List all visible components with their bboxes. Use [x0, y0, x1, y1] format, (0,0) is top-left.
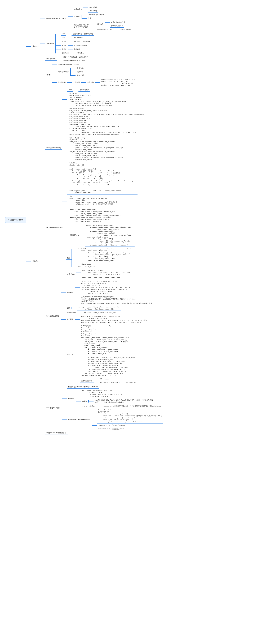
p3-model[interactable]: 模型	[66, 256, 71, 260]
p3-loss-compile: model.compile(optimizer = 'adam', loss =…	[81, 276, 122, 279]
too-much-pad: 太多的padding	[119, 28, 132, 32]
vec-content: 向量A的[sigmoid]->[0.1, 0.9, 0.4, 0, 0.6] 向…	[100, 78, 137, 87]
vec-example[interactable]: 向量例如	[86, 81, 95, 84]
p3-save-note: 该回调函数将在每个epoch后保存模型到filepath; filepath可以…	[80, 295, 155, 305]
p3-train[interactable]: 训练	[66, 306, 71, 310]
p1-node[interactable]: keras实战embedding	[45, 146, 62, 150]
p3-loss-code: def loss(labels, logits): return keras.l…	[81, 269, 131, 276]
seq-val-0: 普通神经网络，卷积神经网络	[71, 32, 94, 36]
seq-val-1: 图片生成描述	[72, 36, 84, 40]
p1-code3: # 做一下句子的padding max_length = 500 train_d…	[67, 136, 125, 162]
seq-val-3: encoding-decoding	[73, 44, 88, 47]
imdb-desc: 电影评论数据	[78, 88, 90, 92]
stateful-desc: stateful: 布尔值 (默认 False)。如果为 True，则批次中索引…	[93, 398, 154, 404]
p4-part[interactable]: 再参数分	[67, 397, 76, 400]
p3-loss[interactable]: 自定义loss	[66, 272, 76, 276]
seq-problem[interactable]: 序列式问题	[45, 42, 55, 45]
merge: 合并	[87, 16, 92, 20]
rnn-s2: 每步使用同样的激活函数和参数	[62, 59, 86, 62]
p2-code1: model = keras.model.Sequential([ keras.l…	[69, 208, 124, 223]
p3-latest-code: tf.train.latest_checkpoint(output_dir)	[83, 311, 118, 314]
p3-save-code: output_dir = './text_generation_checkpoi…	[80, 280, 133, 295]
p5-node[interactable]: kaggle文本分类的数据集实战	[45, 431, 68, 434]
seq-key-2[interactable]: 多对1	[61, 40, 67, 43]
lstm-intro[interactable]: 引入选择性机制	[57, 70, 70, 74]
api-squeeze: tf.squeeze	[99, 378, 110, 380]
p4-node[interactable]: keras搭建LSTM网络	[45, 406, 62, 410]
multi-emb: 多个embedding合并	[110, 20, 126, 24]
p4-part-code: keras.layers.LSTM(units = rnn_units, sta…	[81, 389, 125, 398]
seq-val-2: 文本分类（文本情感分析）	[72, 40, 93, 43]
p1-code4: #embedding embedding_dim = 16 batch_size…	[67, 162, 138, 194]
p3-gen-note[interactable]: 注意两个重要api	[80, 379, 94, 383]
p3-latest[interactable]: 查看最新模型	[66, 311, 78, 314]
info-loss[interactable]: 信息丢失	[96, 22, 105, 26]
p1-code2: # 建立词对索引和逆索引 word_index = imdb.get_word_…	[67, 107, 145, 136]
sel-in: 选择性输入	[75, 70, 86, 74]
imdb[interactable]: imdb	[67, 88, 73, 92]
rnn-s1: 维护一个状态作为下一步的额外输入	[62, 56, 89, 59]
compute-low[interactable]: 无论计算量太多，低效	[96, 28, 114, 32]
theory-node[interactable]: 理论部分	[31, 45, 40, 48]
padding100: padding,并需维度到100	[87, 13, 105, 16]
varlen[interactable]: 变长输入	[73, 15, 82, 18]
sel-gate[interactable]: 选择性->门	[57, 81, 67, 84]
p4-temp-code: temperature=0.5 生成文本循环内部: predictions = …	[97, 408, 163, 424]
gate-mech[interactable]: 门限机制	[72, 81, 81, 84]
p3-train-code: history = model.fit(seq_dataset, epochs …	[77, 306, 121, 311]
p4-temp[interactable]: 也可以用temperature来控制采样	[67, 418, 92, 421]
sel-forget: 选择性遗忘	[75, 74, 86, 77]
recurrent-desc: recurrent_kernel 权值矩阵的初始化器，用于循环层状态的线性转换 …	[102, 404, 163, 408]
seq-key-1[interactable]: 1对多	[61, 36, 67, 40]
temp-lt1: temperature<1 时，我们趋向于greedy	[97, 427, 125, 431]
p1-code5: #训练 history = model.fit(train_data, trai…	[67, 195, 118, 208]
p2-node[interactable]: keras搭建循环神经网络	[45, 226, 64, 229]
p3-node[interactable]: keras文本生成实战	[45, 314, 61, 318]
rnn-struct[interactable]: 循环神经网络	[45, 57, 57, 60]
seq-key-4[interactable]: 多对多	[61, 48, 68, 51]
seq-key-0[interactable]: 1对1	[61, 32, 66, 36]
seq-key-3[interactable]: 多对多	[61, 44, 68, 47]
mindmap-root: 7 循环神经网络 理论部分 embedding和变长输入的处理 embeddin…	[5, 5, 265, 435]
emb-label[interactable]: embedding	[73, 8, 83, 11]
practice-node[interactable]: 实战部分	[31, 260, 40, 263]
recurrent-init[interactable]: recurrent_initializer	[81, 404, 96, 408]
onehot: onehot编码	[88, 6, 99, 9]
p3-load-code: model2 = build_model(vocab_size, embeddi…	[80, 315, 148, 324]
embedding-node[interactable]: embedding和变长输入的处理	[45, 17, 68, 20]
p3-load[interactable]: 载入模型	[66, 318, 75, 321]
root-node[interactable]: 7 循环神经网络	[5, 217, 26, 223]
lstm-normal: 普通RNN的信息不能长久传播	[57, 63, 80, 66]
bidir-node[interactable]: 双层双向rnn	[69, 234, 80, 237]
p1-code1: # 读取数据集 imdb = keras.datasets.imdb vocab…	[67, 92, 128, 107]
p3-save[interactable]: 保存模型	[66, 291, 75, 294]
stateful[interactable]: stateful	[81, 400, 88, 403]
pad-noise: pad噪声，无主次	[110, 24, 124, 28]
p3-model-code: def build_model(vocab_size, embedding_di…	[77, 248, 135, 268]
bidir-code: model = keras.model.Sequential([ keras.l…	[85, 224, 135, 247]
seq-key-5[interactable]: 实时多对多	[61, 52, 71, 55]
sel-out: 选择性输出	[75, 66, 86, 70]
temp-gt1: temperature>1 时，我们趋向于random	[97, 424, 126, 427]
why-rnn[interactable]: 为什么需循环神经网络 合并+padding的缺点	[73, 23, 91, 29]
p4-top: 模型部分把SimpleRNN替换成LSTM就OK啦	[67, 385, 99, 388]
random-sample: 同采样随机采样	[124, 381, 138, 384]
emb-sub: embedding	[88, 9, 98, 12]
lstm-node[interactable]: LSTM	[45, 74, 52, 77]
p3-gen[interactable]: 生成文本	[66, 353, 75, 356]
seq-val-4: 机器翻译	[73, 48, 82, 51]
p3-gen-code: # 文本生成流程: start chr sequence A, # A ->mo…	[80, 324, 137, 377]
api-categorical[interactable]: tf.random.categorical	[99, 381, 119, 384]
seq-val-5: 视频解说	[76, 52, 85, 55]
